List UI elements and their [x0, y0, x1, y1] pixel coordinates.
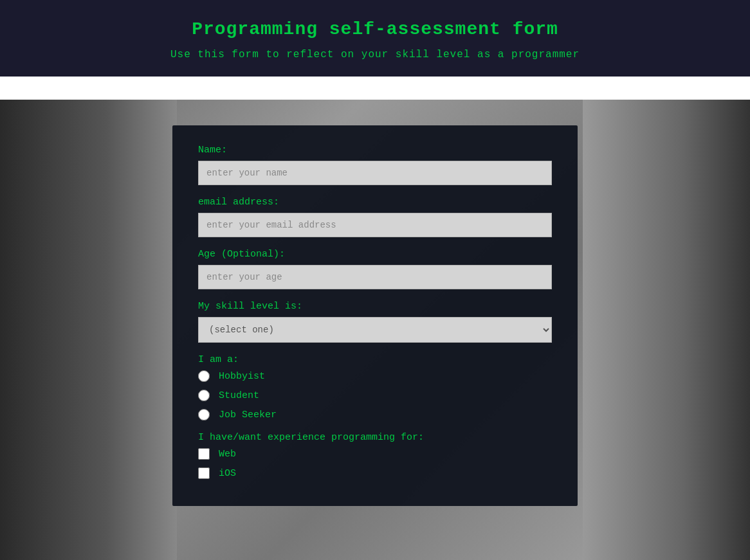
- experience-group: I have/want experience programming for: …: [198, 432, 552, 479]
- role-group: I am a: Hobbyist Student Job Seeker: [198, 354, 552, 420]
- experience-ios-label[interactable]: iOS: [219, 468, 236, 479]
- role-student-item: Student: [198, 390, 552, 401]
- role-hobbyist-item: Hobbyist: [198, 370, 552, 382]
- experience-web-item: Web: [198, 448, 552, 460]
- experience-web-label[interactable]: Web: [219, 449, 236, 460]
- experience-ios-checkbox[interactable]: [198, 467, 210, 479]
- skill-label: My skill level is:: [198, 301, 552, 312]
- role-hobbyist-label[interactable]: Hobbyist: [219, 371, 265, 382]
- email-input[interactable]: [198, 213, 552, 237]
- form-container: Name: email address: Age (Optional): My …: [172, 125, 578, 506]
- role-student-label[interactable]: Student: [219, 390, 259, 401]
- role-student-radio[interactable]: [198, 390, 210, 401]
- experience-ios-item: iOS: [198, 467, 552, 479]
- role-jobseeker-radio[interactable]: [198, 409, 210, 420]
- background-left-panel: [0, 100, 177, 560]
- role-hobbyist-radio[interactable]: [198, 370, 210, 382]
- skill-field-group: My skill level is: (select one) Beginner…: [198, 301, 552, 343]
- experience-web-checkbox[interactable]: [198, 448, 210, 460]
- background-right-panel: [583, 100, 750, 560]
- page-title: Programming self-assessment form: [13, 19, 737, 39]
- email-field-group: email address:: [198, 197, 552, 237]
- skill-select[interactable]: (select one) Beginner Intermediate Advan…: [198, 317, 552, 343]
- page-subtitle: Use this form to reflect on your skill l…: [13, 49, 737, 60]
- age-field-group: Age (Optional):: [198, 249, 552, 289]
- name-field-group: Name:: [198, 145, 552, 185]
- role-label: I am a:: [198, 354, 552, 365]
- role-jobseeker-label[interactable]: Job Seeker: [219, 410, 277, 420]
- age-input[interactable]: [198, 265, 552, 289]
- email-label: email address:: [198, 197, 552, 208]
- role-jobseeker-item: Job Seeker: [198, 409, 552, 420]
- name-input[interactable]: [198, 161, 552, 185]
- age-label: Age (Optional):: [198, 249, 552, 260]
- name-label: Name:: [198, 145, 552, 156]
- experience-label: I have/want experience programming for:: [198, 432, 552, 443]
- header: Programming self-assessment form Use thi…: [0, 0, 750, 77]
